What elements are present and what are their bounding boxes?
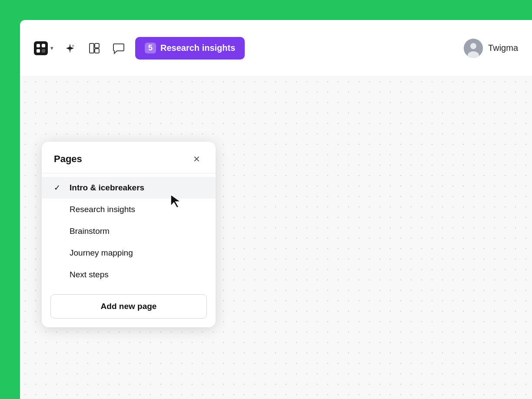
canvas[interactable]: Pages ✕ ✓ Intro & icebreakers ✓ Research…	[20, 76, 532, 399]
page-item-label: Intro & icebreakers	[70, 183, 144, 193]
pages-list: ✓ Intro & icebreakers ✓ Research insight…	[42, 173, 216, 289]
page-item-label: Research insights	[70, 205, 135, 214]
svg-rect-0	[34, 41, 48, 55]
svg-rect-6	[95, 43, 99, 48]
chevron-down-icon: ▾	[50, 45, 53, 51]
presentation-title: Research insights	[160, 43, 235, 53]
avatar	[464, 39, 483, 58]
sparkle-button[interactable]	[62, 40, 78, 56]
pages-panel: Pages ✕ ✓ Intro & icebreakers ✓ Research…	[42, 142, 216, 327]
header: ▾	[20, 20, 532, 76]
page-item-intro[interactable]: ✓ Intro & icebreakers	[42, 177, 216, 199]
pages-panel-title: Pages	[54, 153, 82, 165]
close-pages-button[interactable]: ✕	[190, 152, 203, 166]
page-item-brainstorm[interactable]: ✓ Brainstorm	[42, 220, 216, 242]
svg-rect-3	[37, 49, 40, 53]
page-item-label: Next steps	[70, 270, 109, 279]
logo-button[interactable]: ▾	[34, 41, 53, 55]
page-item-label: Journey mapping	[70, 248, 133, 258]
svg-rect-1	[37, 44, 40, 47]
close-icon: ✕	[193, 154, 200, 164]
header-left: ▾	[34, 37, 455, 60]
page-item-nextsteps[interactable]: ✓ Next steps	[42, 264, 216, 286]
layout-button[interactable]	[86, 40, 102, 56]
main-frame: ▾	[20, 20, 532, 399]
check-icon: ✓	[54, 183, 63, 193]
username: Twigma	[488, 43, 518, 53]
svg-rect-2	[42, 44, 45, 47]
page-item-research[interactable]: ✓ Research insights	[42, 199, 216, 220]
svg-rect-5	[90, 43, 94, 53]
presentation-badge: 5	[145, 43, 156, 53]
svg-rect-7	[95, 49, 99, 53]
top-bar	[0, 0, 532, 20]
presentation-button[interactable]: 5 Research insights	[135, 37, 245, 60]
page-item-journey[interactable]: ✓ Journey mapping	[42, 242, 216, 264]
header-right: Twigma	[464, 39, 518, 58]
comment-button[interactable]	[111, 40, 126, 56]
add-new-page-button[interactable]: Add new page	[50, 294, 207, 319]
svg-point-9	[470, 43, 476, 49]
pages-panel-header: Pages ✕	[42, 142, 216, 173]
page-item-label: Brainstorm	[70, 226, 110, 236]
svg-rect-4	[42, 49, 45, 53]
